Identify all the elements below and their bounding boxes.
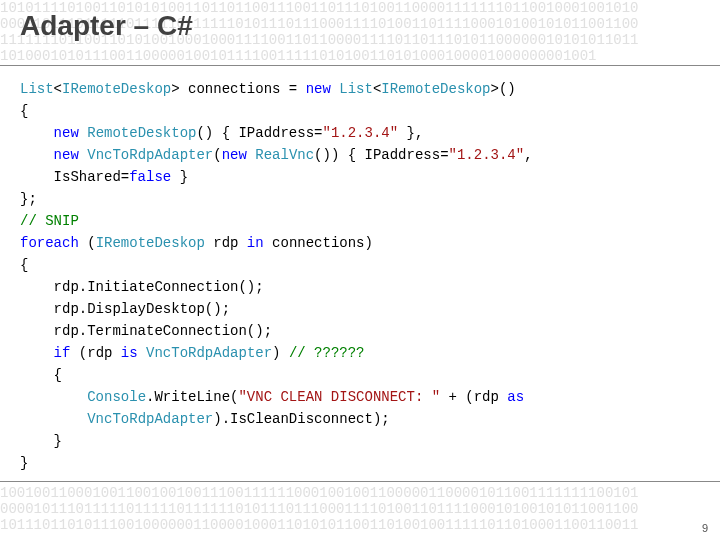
slide-number: 9 [702,522,708,534]
code-token: new [54,147,79,163]
code-token [79,147,87,163]
code-token: .WriteLine( [146,389,238,405]
code-token: >() [491,81,516,97]
code-token: IsShared= [20,169,129,185]
code-token: new [306,81,331,97]
code-token: List [339,81,373,97]
code-token: is [121,345,138,361]
background-binary-bottom: 1001001100010011001001001110011111100010… [0,485,720,540]
code-line: rdp.DisplayDesktop(); [20,298,710,320]
code-token: , [524,147,532,163]
code-token: // ?????? [289,345,365,361]
code-token: ) [272,345,289,361]
divider-top [0,65,720,66]
code-token: { [20,367,62,383]
code-line: rdp.TerminateConnection(); [20,320,710,342]
code-token: }, [398,125,423,141]
code-token: if [54,345,71,361]
code-token: ()) { IPaddress= [314,147,448,163]
code-token: ( [79,235,96,251]
code-token: () { IPaddress= [196,125,322,141]
code-token: false [129,169,171,185]
code-token: Console [87,389,146,405]
code-token: new [222,147,247,163]
code-token: IRemoteDeskop [381,81,490,97]
code-line: { [20,100,710,122]
code-token [138,345,146,361]
code-token: foreach [20,235,79,251]
code-token: rdp [205,235,247,251]
code-line: IsShared=false } [20,166,710,188]
slide-title: Adapter – C# [20,10,193,42]
code-token: RemoteDesktop [87,125,196,141]
code-token: { [20,257,28,273]
code-line: } [20,430,710,452]
code-token: VncToRdpAdapter [87,147,213,163]
code-token: ( [213,147,221,163]
code-token: connections) [264,235,373,251]
code-block: List<IRemoteDeskop> connections = new Li… [20,78,710,474]
code-token: in [247,235,264,251]
code-token: { [20,103,28,119]
code-token: rdp.TerminateConnection(); [20,323,272,339]
code-line: rdp.InitiateConnection(); [20,276,710,298]
code-token: } [171,169,188,185]
code-token: IRemoteDeskop [96,235,205,251]
code-token: "1.2.3.4" [322,125,398,141]
code-token: RealVnc [255,147,314,163]
code-token: List [20,81,54,97]
code-token [79,125,87,141]
code-token [20,125,54,141]
code-line: new RemoteDesktop() { IPaddress="1.2.3.4… [20,122,710,144]
code-token: "1.2.3.4" [449,147,525,163]
code-line: Console.WriteLine("VNC CLEAN DISCONNECT:… [20,386,710,408]
code-token: < [54,81,62,97]
code-token [20,345,54,361]
code-line: VncToRdpAdapter).IsCleanDisconnect); [20,408,710,430]
code-token: > connections = [171,81,305,97]
code-line: }; [20,188,710,210]
code-line: // SNIP [20,210,710,232]
code-token: VncToRdpAdapter [87,411,213,427]
code-token: "VNC CLEAN DISCONNECT: " [238,389,440,405]
code-token: rdp.DisplayDesktop(); [20,301,230,317]
code-line: if (rdp is VncToRdpAdapter) // ?????? [20,342,710,364]
divider-bottom [0,481,720,482]
code-token: + (rdp [440,389,507,405]
code-token: VncToRdpAdapter [146,345,272,361]
code-line: foreach (IRemoteDeskop rdp in connection… [20,232,710,254]
code-line: { [20,254,710,276]
code-token: IRemoteDeskop [62,81,171,97]
code-line: } [20,452,710,474]
code-line: new VncToRdpAdapter(new RealVnc()) { IPa… [20,144,710,166]
code-token: }; [20,191,37,207]
code-token: } [20,455,28,471]
code-token [20,147,54,163]
code-token: new [54,125,79,141]
code-line: { [20,364,710,386]
code-token: as [507,389,524,405]
code-token [20,411,87,427]
code-token: } [20,433,62,449]
code-token: ).IsCleanDisconnect); [213,411,389,427]
code-token [20,389,87,405]
code-token: // SNIP [20,213,79,229]
code-token: rdp.InitiateConnection(); [20,279,264,295]
code-token: (rdp [70,345,120,361]
code-line: List<IRemoteDeskop> connections = new Li… [20,78,710,100]
